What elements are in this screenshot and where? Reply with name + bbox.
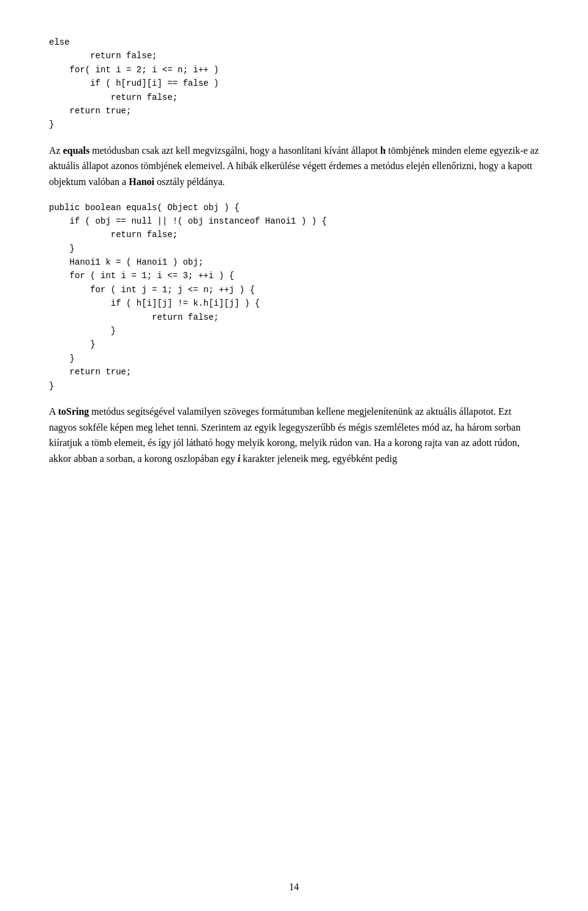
prose-paragraph-1: Az equals metódusban csak azt kell megvi… xyxy=(49,143,539,190)
bold-equals: equals xyxy=(63,145,90,156)
prose-paragraph-2: A toSring metódus segítségével valamilye… xyxy=(49,404,539,466)
bold-i-char: i xyxy=(238,453,240,464)
italic-i: i xyxy=(238,453,240,464)
page-number: 14 xyxy=(0,882,588,893)
bold-h: h xyxy=(380,145,386,156)
code-block-2: public boolean equals( Object obj ) { if… xyxy=(49,201,539,393)
page: else return false; for( int i = 2; i <= … xyxy=(0,0,588,911)
bold-tosring: toSring xyxy=(58,406,89,417)
code-block-1: else return false; for( int i = 2; i <= … xyxy=(49,36,539,132)
bold-hanoi: Hanoi xyxy=(129,176,154,187)
